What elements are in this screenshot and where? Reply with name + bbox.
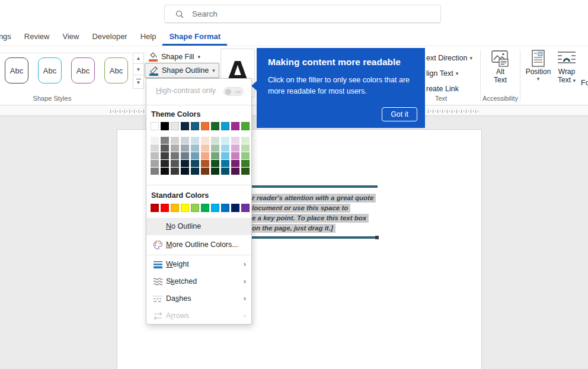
standard-color-swatch-8[interactable]	[221, 204, 229, 212]
theme-color-swatch-1[interactable]	[151, 122, 159, 130]
variant-swatch-c2-r2[interactable]	[161, 145, 169, 152]
got-it-button[interactable]: Got it	[382, 107, 417, 121]
variant-swatch-c4-r4[interactable]	[181, 160, 189, 168]
theme-color-swatch-8[interactable]	[221, 122, 229, 130]
variant-swatch-c10-r1[interactable]	[241, 137, 250, 145]
variant-swatch-c9-r4[interactable]	[231, 160, 239, 168]
standard-color-swatch-1[interactable]	[151, 204, 159, 212]
standard-color-swatch-9[interactable]	[231, 204, 239, 212]
variant-swatch-c6-r1[interactable]	[201, 137, 209, 145]
variant-swatch-c2-r5[interactable]	[161, 168, 169, 175]
variant-swatch-c2-r3[interactable]	[161, 152, 169, 160]
variant-swatch-c4-r5[interactable]	[181, 168, 189, 175]
standard-color-swatch-10[interactable]	[241, 204, 250, 212]
tab-developer[interactable]: Developer	[85, 27, 133, 46]
tab-review[interactable]: Review	[18, 27, 56, 46]
variant-swatch-c2-r4[interactable]	[161, 160, 169, 168]
standard-color-swatch-7[interactable]	[211, 204, 219, 212]
variant-swatch-c4-r1[interactable]	[181, 137, 189, 145]
variant-swatch-c8-r4[interactable]	[221, 160, 229, 168]
tab-help[interactable]: Help	[134, 27, 163, 46]
variant-swatch-c4-r2[interactable]	[181, 145, 189, 152]
wrap-text-button[interactable]: Wrap Text ▾	[552, 50, 581, 84]
theme-color-swatch-5[interactable]	[191, 122, 199, 130]
variant-swatch-c10-r4[interactable]	[241, 160, 250, 168]
shape-outline-button[interactable]: Shape Outline ▾	[145, 63, 219, 78]
shape-fill-button[interactable]: Shape Fill ▾	[145, 50, 204, 63]
variant-swatch-c3-r5[interactable]	[171, 168, 179, 175]
shape-style-1[interactable]: Abc	[5, 57, 28, 84]
theme-color-swatch-2[interactable]	[161, 122, 169, 130]
variant-swatch-c7-r1[interactable]	[211, 137, 219, 145]
theme-color-swatch-7[interactable]	[211, 122, 219, 130]
variant-swatch-c6-r2[interactable]	[201, 145, 209, 152]
tab-ings[interactable]: ings	[0, 27, 18, 46]
variant-swatch-c6-r3[interactable]	[201, 152, 209, 160]
theme-color-swatch-3[interactable]	[171, 122, 179, 130]
variant-swatch-c10-r2[interactable]	[241, 145, 250, 152]
variant-swatch-c5-r3[interactable]	[191, 152, 199, 160]
align-text-button[interactable]: lign Text▾	[426, 66, 472, 81]
gallery-more-icon[interactable]: ▼	[133, 75, 144, 89]
textbox-resize-handle[interactable]	[375, 236, 379, 239]
variant-swatch-c10-r5[interactable]	[241, 168, 250, 175]
theme-color-swatch-4[interactable]	[181, 122, 189, 130]
variant-swatch-c3-r2[interactable]	[171, 145, 179, 152]
gallery-scroll-up-icon[interactable]: ▲	[133, 53, 144, 64]
weight-item[interactable]: Weight ›	[146, 256, 251, 273]
variant-swatch-c6-r4[interactable]	[201, 160, 209, 168]
tab-shape-format[interactable]: Shape Format	[162, 27, 227, 46]
tab-view[interactable]: View	[56, 27, 85, 46]
theme-color-swatch-6[interactable]	[201, 122, 209, 130]
shape-style-2[interactable]: Abc	[38, 57, 62, 84]
no-outline-item[interactable]: No Outline	[146, 218, 251, 235]
variant-swatch-c3-r4[interactable]	[171, 160, 179, 168]
variant-swatch-c9-r5[interactable]	[231, 168, 239, 175]
variant-swatch-c5-r5[interactable]	[191, 168, 199, 175]
position-button[interactable]: Position ▾	[524, 50, 552, 82]
variant-swatch-c3-r3[interactable]	[171, 152, 179, 160]
variant-swatch-c8-r5[interactable]	[221, 168, 229, 175]
variant-swatch-c1-r4[interactable]	[151, 160, 159, 168]
variant-swatch-c5-r1[interactable]	[191, 137, 199, 145]
variant-swatch-c1-r1[interactable]	[151, 137, 159, 145]
variant-swatch-c7-r4[interactable]	[211, 160, 219, 168]
variant-swatch-c3-r1[interactable]	[171, 137, 179, 145]
variant-swatch-c7-r5[interactable]	[211, 168, 219, 175]
variant-swatch-c10-r3[interactable]	[241, 152, 250, 160]
variant-swatch-c5-r2[interactable]	[191, 145, 199, 152]
standard-color-swatch-2[interactable]	[161, 204, 169, 212]
standard-color-swatch-3[interactable]	[171, 204, 179, 212]
variant-swatch-c4-r3[interactable]	[181, 152, 189, 160]
more-outline-colors-item[interactable]: More Outline Colors...	[146, 236, 251, 254]
variant-swatch-c9-r1[interactable]	[231, 137, 239, 145]
dashes-item[interactable]: Dashes ›	[146, 290, 251, 307]
text-direction-button[interactable]: ext Direction▾	[426, 50, 472, 66]
variant-swatch-c8-r3[interactable]	[221, 152, 229, 160]
gallery-scroll-down-icon[interactable]: ▼	[133, 64, 144, 75]
standard-color-swatch-5[interactable]	[191, 204, 199, 212]
search-input[interactable]: Search	[164, 5, 441, 23]
variant-swatch-c7-r2[interactable]	[211, 145, 219, 152]
theme-color-swatch-10[interactable]	[241, 122, 250, 130]
variant-swatch-c1-r3[interactable]	[151, 152, 159, 160]
variant-swatch-c8-r2[interactable]	[221, 145, 229, 152]
variant-swatch-c1-r2[interactable]	[151, 145, 159, 152]
shape-style-3[interactable]: Abc	[71, 57, 95, 84]
sketched-item[interactable]: Sketched ›	[146, 273, 251, 290]
standard-color-swatch-4[interactable]	[181, 204, 189, 212]
theme-color-swatch-9[interactable]	[231, 122, 239, 130]
shape-style-4[interactable]: Abc	[104, 57, 128, 84]
textbox-quote-text[interactable]: r reader's attention with a great quotel…	[252, 194, 376, 234]
variant-swatch-c9-r3[interactable]	[231, 152, 239, 160]
variant-swatch-c5-r4[interactable]	[191, 160, 199, 168]
text-group-label: Text	[426, 95, 456, 102]
variant-swatch-c2-r1[interactable]	[161, 137, 169, 145]
standard-color-swatch-6[interactable]	[201, 204, 209, 212]
variant-swatch-c8-r1[interactable]	[221, 137, 229, 145]
variant-swatch-c1-r5[interactable]	[151, 168, 159, 175]
variant-swatch-c6-r5[interactable]	[201, 168, 209, 175]
alt-text-button[interactable]: Alt Text	[485, 50, 516, 84]
variant-swatch-c9-r2[interactable]	[231, 145, 239, 152]
variant-swatch-c7-r3[interactable]	[211, 152, 219, 160]
